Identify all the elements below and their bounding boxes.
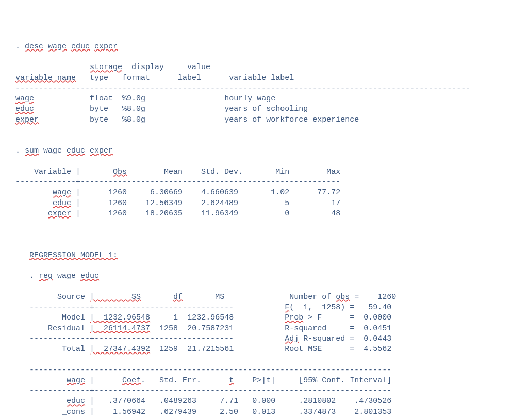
- desc-command-line: . desc wage educ exper: [15, 42, 118, 51]
- cmd-desc: desc: [25, 42, 43, 51]
- cmd-reg: reg: [39, 272, 53, 280]
- stata-output: . desc wage educ exper storage display v…: [15, 42, 513, 420]
- section-title: REGRESSION MODEL 1:: [29, 251, 118, 260]
- sum-command-line: . sum wage educ exper: [15, 146, 113, 155]
- rule: ----------------------------------------…: [15, 84, 470, 93]
- reg-command-line: . reg wage educ: [29, 272, 99, 280]
- cmd-sum: sum: [25, 146, 39, 155]
